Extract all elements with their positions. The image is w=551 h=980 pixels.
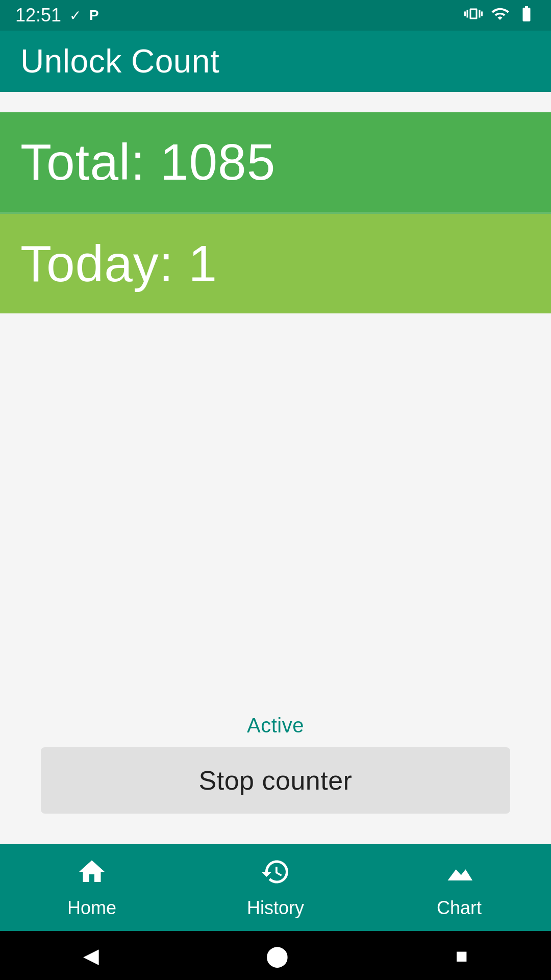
total-banner: Total: 1085 [0, 112, 551, 212]
vibrate-icon [464, 5, 483, 27]
tab-chart[interactable]: Chart [367, 856, 551, 919]
total-stat: Total: 1085 [20, 133, 276, 190]
stop-counter-button[interactable]: Stop counter [41, 747, 510, 814]
history-icon [260, 856, 291, 892]
today-stat: Today: 1 [20, 235, 217, 292]
home-button[interactable]: ⬤ [266, 944, 289, 967]
status-bar: 12:51 ✓ P [0, 0, 551, 31]
status-bar-right [464, 5, 536, 27]
recents-button[interactable]: ■ [456, 944, 468, 967]
app-title: Unlock Count [20, 42, 219, 80]
total-label: Total: [20, 133, 145, 190]
today-label: Today: [20, 235, 174, 292]
back-button[interactable]: ◀ [83, 944, 99, 967]
active-status-label: Active [247, 714, 304, 737]
tab-history-label: History [247, 897, 304, 919]
total-value: 1085 [160, 133, 276, 190]
tab-chart-label: Chart [437, 897, 482, 919]
app-bar: Unlock Count [0, 31, 551, 92]
bottom-nav: Home History Chart [0, 844, 551, 931]
main-content: Active Stop counter [0, 313, 551, 844]
spacer [0, 92, 551, 112]
status-bar-left: 12:51 ✓ P [15, 5, 99, 26]
tab-history[interactable]: History [184, 856, 367, 919]
battery-icon [517, 5, 536, 27]
wifi-icon [491, 5, 509, 27]
today-value: 1 [188, 235, 217, 292]
chart-icon [444, 856, 474, 892]
tab-home-label: Home [67, 897, 116, 919]
home-icon [77, 856, 107, 892]
tab-home[interactable]: Home [0, 856, 184, 919]
status-time: 12:51 [15, 5, 61, 26]
system-nav-bar: ◀ ⬤ ■ [0, 931, 551, 980]
status-check-icon: ✓ [69, 7, 81, 24]
status-parking-icon: P [89, 7, 99, 23]
today-banner: Today: 1 [0, 214, 551, 313]
